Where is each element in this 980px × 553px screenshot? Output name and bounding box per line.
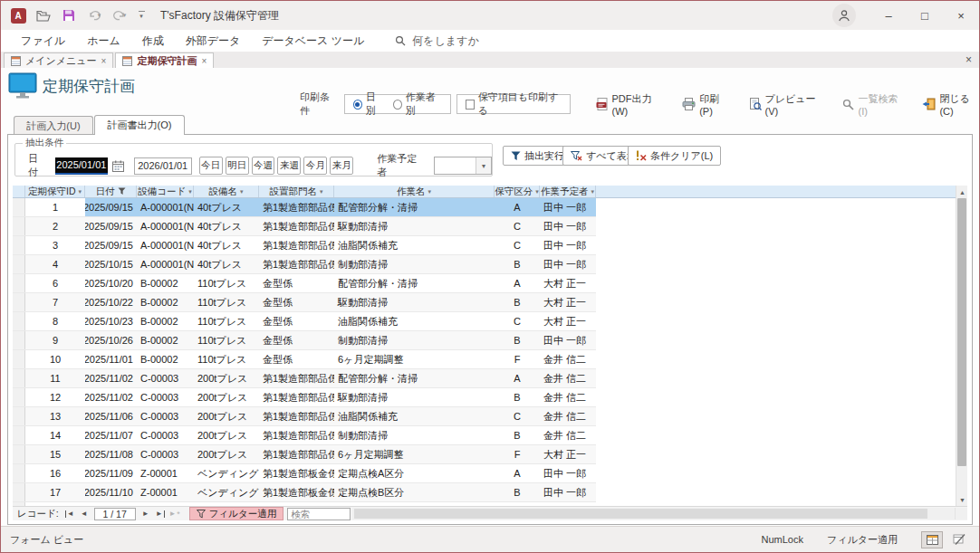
tab-plan-input[interactable]: 計画入力(U) xyxy=(14,116,93,135)
cell-dept[interactable]: 第1製造部部品係 xyxy=(259,445,334,463)
cell-class[interactable]: B xyxy=(495,426,540,444)
cell-equip-name[interactable]: ベンディングマシン xyxy=(194,483,259,501)
cell-worker[interactable]: 大村 正一 xyxy=(540,274,596,292)
table-row[interactable]: 92025/10/26B-00002110tプレス金型係制動部清掃B田中 一郎 xyxy=(13,331,596,350)
date-picker-icon[interactable] xyxy=(110,157,127,175)
quick-next-week-button[interactable]: 来週 xyxy=(277,157,301,175)
tab-close-icon[interactable]: × xyxy=(101,56,107,66)
cell-equip-name[interactable]: 110tプレス xyxy=(194,350,259,368)
cell-date[interactable]: 2025/11/08 xyxy=(85,445,137,463)
table-row[interactable]: 82025/10/23B-00002110tプレス金型係油脂関係補充C大村 正一 xyxy=(13,312,596,331)
cell-equip-code[interactable]: A-000001(NE) xyxy=(137,217,194,235)
quick-tomorrow-button[interactable]: 明日 xyxy=(226,157,249,175)
record-selector[interactable] xyxy=(13,388,25,406)
checkbox-print-maintenance-items[interactable]: 保守項目も印刷する xyxy=(466,91,562,118)
cell-work[interactable]: 6ヶ月定期調整 xyxy=(334,445,495,463)
close-button[interactable]: × xyxy=(943,1,979,30)
record-selector[interactable] xyxy=(13,350,25,368)
vertical-scrollbar[interactable]: ▲ ▼ xyxy=(956,186,967,506)
cell-work[interactable]: 定期点検B区分 xyxy=(334,483,495,501)
cell-dept[interactable]: 金型係 xyxy=(259,274,334,292)
cell-equip-code[interactable]: C-00003 xyxy=(137,445,194,463)
record-selector[interactable] xyxy=(13,483,25,501)
cell-date[interactable]: 2025/11/06 xyxy=(85,407,137,425)
cell-equip-name[interactable]: 110tプレス xyxy=(194,274,259,292)
tab-main-menu[interactable]: メインメニュー × xyxy=(4,52,113,68)
cell-work[interactable]: 制動部清掃 xyxy=(334,331,495,349)
cell-dept[interactable]: 第1製造部部品係 xyxy=(259,407,334,425)
cell-equip-name[interactable]: 200tプレス xyxy=(194,407,259,425)
cell-class[interactable]: C xyxy=(495,236,540,254)
cell-id[interactable]: 10 xyxy=(25,350,85,368)
quick-this-week-button[interactable]: 今週 xyxy=(252,157,275,175)
cell-dept[interactable]: 第1製造部板金係 xyxy=(259,464,334,482)
cell-equip-name[interactable]: 40tプレス xyxy=(194,255,259,273)
cell-equip-name[interactable]: 200tプレス xyxy=(194,445,259,463)
cell-worker[interactable]: 田中 一郎 xyxy=(540,217,596,235)
next-record-button[interactable]: ► xyxy=(139,508,153,520)
radio-by-worker[interactable]: 作業者別 xyxy=(393,91,442,118)
cell-worker[interactable]: 田中 一郎 xyxy=(540,198,596,216)
cell-equip-name[interactable]: 200tプレス xyxy=(194,388,259,406)
account-icon[interactable] xyxy=(832,4,856,27)
cell-work[interactable]: 油脂関係補充 xyxy=(334,236,495,254)
tab-close-icon[interactable]: × xyxy=(201,56,207,66)
scrollbar-thumb[interactable] xyxy=(957,198,966,466)
cell-class[interactable]: B xyxy=(495,331,540,349)
cell-equip-code[interactable]: C-00003 xyxy=(137,369,194,387)
save-icon[interactable] xyxy=(59,5,79,25)
undo-icon[interactable]: ▾ xyxy=(84,5,104,25)
horizontal-scrollbar[interactable] xyxy=(352,508,955,520)
cell-id[interactable]: 2 xyxy=(25,217,85,235)
cell-id[interactable]: 15 xyxy=(25,445,85,463)
tell-me-search[interactable]: 何をしますか xyxy=(395,33,478,49)
col-header-equip-name[interactable]: 設備名▾ xyxy=(194,186,259,197)
col-header-dept[interactable]: 設置部門名▾ xyxy=(259,186,334,197)
scroll-down-icon[interactable]: ▼ xyxy=(956,493,967,506)
cell-equip-code[interactable]: A-000001(NE) xyxy=(137,198,194,216)
cell-worker[interactable]: 田中 一郎 xyxy=(540,236,596,254)
cell-id[interactable]: 4 xyxy=(25,255,85,273)
cell-date[interactable]: 2025/09/15 xyxy=(85,236,137,254)
menu-db-tools[interactable]: データベース ツール xyxy=(251,30,375,52)
cell-class[interactable]: F xyxy=(495,350,540,368)
tab-periodic-maintenance-plan[interactable]: 定期保守計画 × xyxy=(115,52,214,68)
table-row[interactable]: 72025/10/22B-00002110tプレス金型係駆動部清掃B大村 正一 xyxy=(13,293,596,312)
cell-worker[interactable]: 大村 正一 xyxy=(540,312,596,330)
tab-plan-output[interactable]: 計画書出力(O) xyxy=(94,115,185,135)
select-all-corner[interactable] xyxy=(13,186,25,197)
cell-date[interactable]: 2025/10/15 xyxy=(85,255,137,273)
date-to-input[interactable]: 2026/01/01 xyxy=(134,157,192,175)
cell-dept[interactable]: 第1製造部部品係 xyxy=(259,255,334,273)
record-selector[interactable] xyxy=(13,236,25,254)
table-row[interactable]: 62025/10/20B-00002110tプレス金型係配管部分解・清掃A大村 … xyxy=(13,274,596,293)
menu-external-data[interactable]: 外部データ xyxy=(175,30,252,52)
print-button[interactable]: 印刷(P) xyxy=(682,92,728,117)
col-header-class[interactable]: 保守区分▾ xyxy=(495,186,540,197)
cell-class[interactable]: A xyxy=(495,369,540,387)
preview-button[interactable]: プレビュー(V) xyxy=(749,92,823,117)
cell-id[interactable]: 8 xyxy=(25,312,85,330)
table-row[interactable]: 102025/11/01B-00002110tプレス金型係6ヶ月定期調整F金井 … xyxy=(13,350,596,369)
new-record-button[interactable]: ►* xyxy=(168,508,182,520)
cell-work[interactable]: 制動部清掃 xyxy=(334,255,495,273)
table-row[interactable]: 122025/11/02C-00003200tプレス第1製造部部品係駆動部清掃B… xyxy=(13,388,596,407)
close-form-button[interactable]: 閉じる(C) xyxy=(922,92,979,117)
cell-equip-code[interactable]: A-000001(NE) xyxy=(137,255,194,273)
cell-work[interactable]: 制動部清掃 xyxy=(334,426,495,444)
radio-daily[interactable]: 日別 xyxy=(353,91,384,118)
cell-dept[interactable]: 第1製造部部品係 xyxy=(259,236,334,254)
scroll-up-icon[interactable]: ▲ xyxy=(956,186,967,198)
cell-date[interactable]: 2025/11/07 xyxy=(85,426,137,444)
cell-dept[interactable]: 第1製造部部品係 xyxy=(259,426,334,444)
cell-worker[interactable]: 大村 正一 xyxy=(540,445,596,463)
quick-this-month-button[interactable]: 今月 xyxy=(303,157,327,175)
col-header-id[interactable]: 定期保守ID▾ xyxy=(25,186,85,197)
table-row[interactable]: 112025/11/02C-00003200tプレス第1製造部部品係配管部分解・… xyxy=(13,369,596,388)
record-selector[interactable] xyxy=(13,464,25,482)
access-app-icon[interactable]: A xyxy=(8,5,28,25)
cell-id[interactable]: 12 xyxy=(25,388,85,406)
record-selector[interactable] xyxy=(13,293,25,311)
cell-id[interactable]: 6 xyxy=(25,274,85,292)
cell-date[interactable]: 2025/10/20 xyxy=(85,274,137,292)
